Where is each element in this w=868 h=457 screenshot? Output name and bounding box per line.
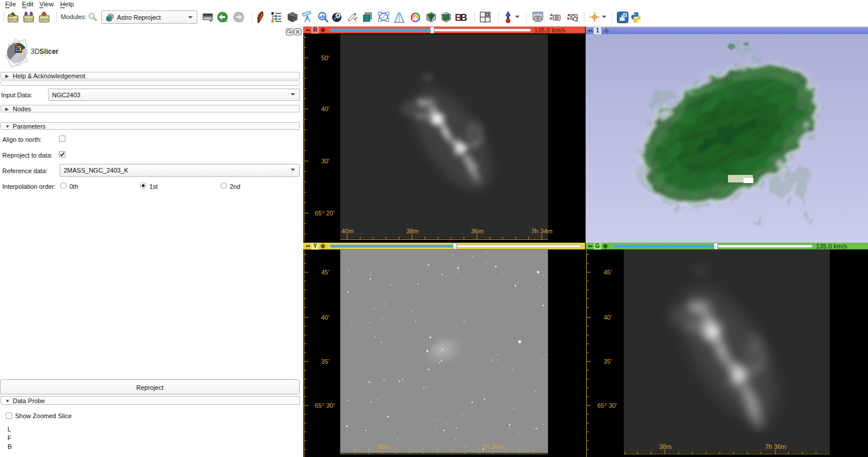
svg-text:7h 36m: 7h 36m	[765, 443, 786, 450]
svg-text:40': 40'	[321, 105, 329, 112]
svg-text:40': 40'	[321, 314, 329, 321]
svg-text:38m: 38m	[406, 228, 418, 235]
svg-text:DCM: DCM	[24, 17, 34, 21]
svg-text:35': 35'	[321, 358, 329, 365]
svg-text:40m: 40m	[341, 228, 354, 235]
svg-text:65° 20': 65° 20'	[315, 210, 334, 217]
svg-text:SAVE: SAVE	[39, 17, 50, 21]
svg-text:38m: 38m	[377, 443, 389, 450]
svg-text:45': 45'	[321, 269, 329, 276]
svg-text:65° 30': 65° 30'	[315, 402, 334, 409]
svg-text:65° 30': 65° 30'	[597, 402, 617, 409]
svg-text:36m: 36m	[471, 228, 483, 235]
svg-text:7h 34m: 7h 34m	[531, 228, 553, 235]
svg-text:45': 45'	[604, 269, 612, 276]
svg-text:50': 50'	[321, 54, 329, 61]
svg-text:30': 30'	[321, 158, 329, 164]
svg-text:DATA: DATA	[8, 17, 18, 21]
svg-text:40': 40'	[604, 314, 612, 321]
svg-text:7h 36m: 7h 36m	[482, 443, 503, 450]
svg-text:38m: 38m	[659, 443, 671, 450]
svg-text:35': 35'	[604, 358, 612, 365]
